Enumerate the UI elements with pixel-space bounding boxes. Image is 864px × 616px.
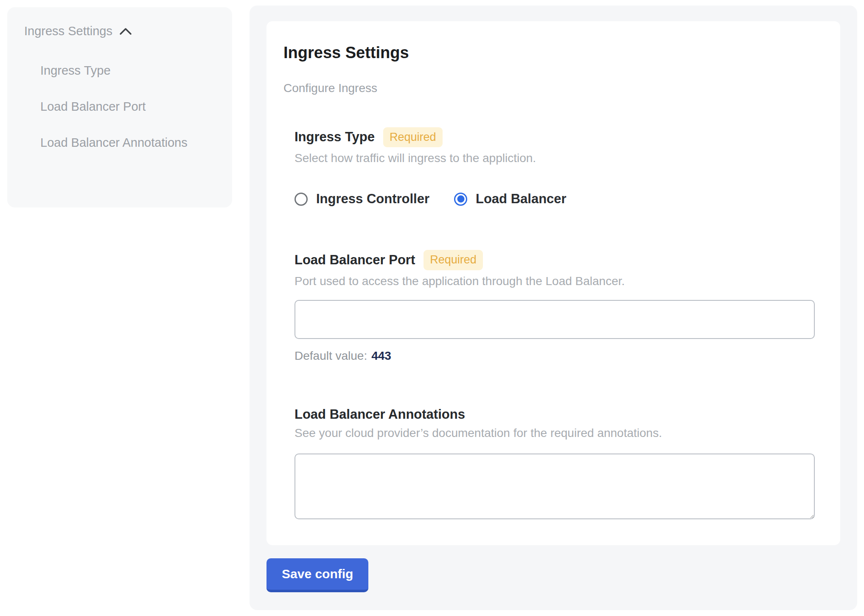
save-config-button[interactable]: Save config <box>266 558 368 592</box>
load-balancer-port-input[interactable] <box>295 300 815 339</box>
default-value-row: Default value:443 <box>295 349 823 363</box>
radio-option-ingress-controller[interactable]: Ingress Controller <box>295 191 429 207</box>
load-balancer-annotations-label: Load Balancer Annotations <box>295 407 465 422</box>
page-subtitle: Configure Ingress <box>283 81 823 95</box>
ingress-type-radio-group: Ingress Controller Load Balancer <box>295 191 823 207</box>
load-balancer-annotations-description: See your cloud provider’s documentation … <box>295 426 823 440</box>
sidebar-item-ingress-type[interactable]: Ingress Type <box>40 58 193 83</box>
ingress-type-description: Select how traffic will ingress to the a… <box>295 151 823 165</box>
main-panel: Ingress Settings Configure Ingress Ingre… <box>250 6 857 610</box>
sidebar-item-load-balancer-annotations[interactable]: Load Balancer Annotations <box>40 130 193 155</box>
ingress-settings-card: Ingress Settings Configure Ingress Ingre… <box>266 21 840 545</box>
default-value: 443 <box>371 349 391 362</box>
radio-label-load-balancer: Load Balancer <box>476 191 567 207</box>
page-title: Ingress Settings <box>283 43 823 63</box>
section-ingress-type: Ingress Type Required Select how traffic… <box>295 127 823 207</box>
section-load-balancer-annotations: Load Balancer Annotations See your cloud… <box>295 407 823 519</box>
chevron-up-icon <box>119 28 132 35</box>
sidebar-group-ingress-settings[interactable]: Ingress Settings <box>24 24 215 38</box>
sidebar: Ingress Settings Ingress Type Load Balan… <box>7 7 232 207</box>
ingress-type-label: Ingress Type <box>295 129 375 145</box>
required-badge: Required <box>383 127 443 148</box>
sidebar-item-load-balancer-port[interactable]: Load Balancer Port <box>40 94 193 119</box>
section-load-balancer-port: Load Balancer Port Required Port used to… <box>295 250 823 363</box>
required-badge: Required <box>424 250 483 270</box>
load-balancer-annotations-textarea[interactable] <box>295 454 815 519</box>
radio-label-ingress-controller: Ingress Controller <box>316 191 429 207</box>
sidebar-group-label: Ingress Settings <box>24 24 112 38</box>
default-value-label: Default value: <box>295 349 367 362</box>
radio-load-balancer[interactable] <box>454 193 467 206</box>
sidebar-item-list: Ingress Type Load Balancer Port Load Bal… <box>40 58 215 155</box>
radio-option-load-balancer[interactable]: Load Balancer <box>454 191 567 207</box>
load-balancer-port-description: Port used to access the application thro… <box>295 274 823 288</box>
radio-ingress-controller[interactable] <box>295 193 308 206</box>
load-balancer-port-label: Load Balancer Port <box>295 252 415 268</box>
